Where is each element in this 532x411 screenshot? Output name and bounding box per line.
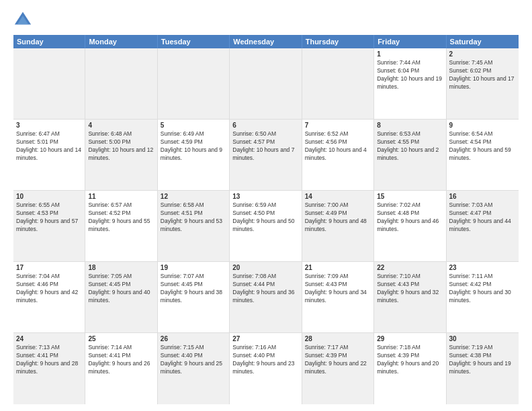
- calendar-body: 1Sunrise: 7:44 AM Sunset: 6:04 PM Daylig…: [13, 48, 519, 404]
- cal-cell-12: 12Sunrise: 6:58 AM Sunset: 4:51 PM Dayli…: [158, 191, 230, 261]
- weekday-header-saturday: Saturday: [447, 35, 519, 48]
- day-info: Sunrise: 7:45 AM Sunset: 6:02 PM Dayligh…: [449, 59, 516, 91]
- day-number: 24: [16, 335, 82, 342]
- cal-cell-30: 30Sunrise: 7:19 AM Sunset: 4:38 PM Dayli…: [447, 333, 519, 404]
- cal-cell-26: 26Sunrise: 7:15 AM Sunset: 4:40 PM Dayli…: [158, 333, 230, 404]
- day-info: Sunrise: 6:48 AM Sunset: 5:00 PM Dayligh…: [88, 130, 154, 163]
- day-info: Sunrise: 6:50 AM Sunset: 4:57 PM Dayligh…: [232, 130, 298, 163]
- day-info: Sunrise: 6:57 AM Sunset: 4:52 PM Dayligh…: [88, 201, 154, 234]
- day-number: 7: [305, 122, 371, 129]
- day-number: 6: [232, 122, 298, 129]
- cal-cell-9: 9Sunrise: 6:54 AM Sunset: 4:54 PM Daylig…: [447, 120, 519, 190]
- day-info: Sunrise: 7:18 AM Sunset: 4:39 PM Dayligh…: [377, 344, 443, 376]
- day-info: Sunrise: 6:47 AM Sunset: 5:01 PM Dayligh…: [16, 130, 82, 163]
- cal-cell-20: 20Sunrise: 7:08 AM Sunset: 4:44 PM Dayli…: [230, 262, 302, 332]
- day-number: 18: [88, 264, 154, 271]
- cal-cell-empty: [230, 48, 302, 119]
- cal-cell-22: 22Sunrise: 7:10 AM Sunset: 4:43 PM Dayli…: [374, 262, 446, 332]
- cal-cell-4: 4Sunrise: 6:48 AM Sunset: 5:00 PM Daylig…: [85, 120, 157, 190]
- day-number: 11: [88, 193, 154, 200]
- day-number: 5: [161, 122, 226, 129]
- day-number: 27: [232, 335, 298, 342]
- cal-cell-8: 8Sunrise: 6:53 AM Sunset: 4:55 PM Daylig…: [374, 120, 446, 190]
- cal-cell-16: 16Sunrise: 7:03 AM Sunset: 4:47 PM Dayli…: [447, 191, 519, 261]
- day-number: 26: [161, 335, 226, 342]
- day-number: 3: [16, 122, 82, 129]
- day-number: 9: [449, 122, 516, 129]
- cal-cell-5: 5Sunrise: 6:49 AM Sunset: 4:59 PM Daylig…: [158, 120, 230, 190]
- cal-cell-17: 17Sunrise: 7:04 AM Sunset: 4:46 PM Dayli…: [13, 262, 85, 332]
- day-info: Sunrise: 7:13 AM Sunset: 4:41 PM Dayligh…: [16, 344, 82, 376]
- day-info: Sunrise: 6:54 AM Sunset: 4:54 PM Dayligh…: [449, 130, 516, 163]
- day-number: 21: [305, 264, 371, 271]
- cal-cell-10: 10Sunrise: 6:55 AM Sunset: 4:53 PM Dayli…: [13, 191, 85, 261]
- cal-cell-25: 25Sunrise: 7:14 AM Sunset: 4:41 PM Dayli…: [85, 333, 157, 404]
- day-number: 4: [88, 122, 154, 129]
- day-number: 15: [377, 193, 443, 200]
- logo: [13, 11, 35, 30]
- day-number: 28: [305, 335, 371, 342]
- calendar: SundayMondayTuesdayWednesdayThursdayFrid…: [13, 35, 519, 404]
- cal-cell-19: 19Sunrise: 7:07 AM Sunset: 4:45 PM Dayli…: [158, 262, 230, 332]
- cal-cell-empty: [13, 48, 85, 119]
- week-row-1: 1Sunrise: 7:44 AM Sunset: 6:04 PM Daylig…: [13, 48, 519, 120]
- cal-cell-3: 3Sunrise: 6:47 AM Sunset: 5:01 PM Daylig…: [13, 120, 85, 190]
- day-info: Sunrise: 7:04 AM Sunset: 4:46 PM Dayligh…: [16, 273, 82, 305]
- page: SundayMondayTuesdayWednesdayThursdayFrid…: [0, 0, 532, 411]
- day-info: Sunrise: 7:03 AM Sunset: 4:47 PM Dayligh…: [449, 201, 516, 234]
- cal-cell-28: 28Sunrise: 7:17 AM Sunset: 4:39 PM Dayli…: [302, 333, 374, 404]
- day-info: Sunrise: 6:49 AM Sunset: 4:59 PM Dayligh…: [161, 130, 226, 163]
- cal-cell-27: 27Sunrise: 7:16 AM Sunset: 4:40 PM Dayli…: [230, 333, 302, 404]
- day-info: Sunrise: 7:17 AM Sunset: 4:39 PM Dayligh…: [305, 344, 371, 376]
- cal-cell-29: 29Sunrise: 7:18 AM Sunset: 4:39 PM Dayli…: [374, 333, 446, 404]
- cal-cell-21: 21Sunrise: 7:09 AM Sunset: 4:43 PM Dayli…: [302, 262, 374, 332]
- day-number: 2: [449, 50, 516, 58]
- day-info: Sunrise: 7:19 AM Sunset: 4:38 PM Dayligh…: [449, 344, 516, 376]
- cal-cell-18: 18Sunrise: 7:05 AM Sunset: 4:45 PM Dayli…: [85, 262, 157, 332]
- day-info: Sunrise: 6:53 AM Sunset: 4:55 PM Dayligh…: [377, 130, 443, 163]
- week-row-4: 17Sunrise: 7:04 AM Sunset: 4:46 PM Dayli…: [13, 262, 519, 333]
- day-number: 1: [377, 50, 443, 58]
- day-info: Sunrise: 6:52 AM Sunset: 4:56 PM Dayligh…: [305, 130, 371, 163]
- day-info: Sunrise: 7:08 AM Sunset: 4:44 PM Dayligh…: [232, 273, 298, 305]
- week-row-3: 10Sunrise: 6:55 AM Sunset: 4:53 PM Dayli…: [13, 191, 519, 262]
- day-number: 12: [161, 193, 226, 200]
- day-info: Sunrise: 7:07 AM Sunset: 4:45 PM Dayligh…: [161, 273, 226, 305]
- header: [13, 11, 519, 30]
- week-row-5: 24Sunrise: 7:13 AM Sunset: 4:41 PM Dayli…: [13, 333, 519, 404]
- day-info: Sunrise: 6:55 AM Sunset: 4:53 PM Dayligh…: [16, 201, 82, 234]
- cal-cell-11: 11Sunrise: 6:57 AM Sunset: 4:52 PM Dayli…: [85, 191, 157, 261]
- day-number: 25: [88, 335, 154, 342]
- cal-cell-empty: [85, 48, 157, 119]
- day-info: Sunrise: 7:16 AM Sunset: 4:40 PM Dayligh…: [232, 344, 298, 376]
- day-number: 20: [232, 264, 298, 271]
- day-info: Sunrise: 7:44 AM Sunset: 6:04 PM Dayligh…: [377, 59, 443, 91]
- day-info: Sunrise: 7:14 AM Sunset: 4:41 PM Dayligh…: [88, 344, 154, 376]
- weekday-header-monday: Monday: [85, 35, 157, 48]
- cal-cell-24: 24Sunrise: 7:13 AM Sunset: 4:41 PM Dayli…: [13, 333, 85, 404]
- weekday-header-friday: Friday: [374, 35, 446, 48]
- day-info: Sunrise: 7:15 AM Sunset: 4:40 PM Dayligh…: [161, 344, 226, 376]
- day-number: 29: [377, 335, 443, 342]
- cal-cell-15: 15Sunrise: 7:02 AM Sunset: 4:48 PM Dayli…: [374, 191, 446, 261]
- weekday-header-thursday: Thursday: [302, 35, 374, 48]
- weekday-header-wednesday: Wednesday: [230, 35, 302, 48]
- day-number: 13: [232, 193, 298, 200]
- cal-cell-23: 23Sunrise: 7:11 AM Sunset: 4:42 PM Dayli…: [447, 262, 519, 332]
- cal-cell-14: 14Sunrise: 7:00 AM Sunset: 4:49 PM Dayli…: [302, 191, 374, 261]
- day-info: Sunrise: 7:05 AM Sunset: 4:45 PM Dayligh…: [88, 273, 154, 305]
- cal-cell-6: 6Sunrise: 6:50 AM Sunset: 4:57 PM Daylig…: [230, 120, 302, 190]
- week-row-2: 3Sunrise: 6:47 AM Sunset: 5:01 PM Daylig…: [13, 120, 519, 191]
- day-number: 19: [161, 264, 226, 271]
- day-number: 16: [449, 193, 516, 200]
- day-number: 8: [377, 122, 443, 129]
- cal-cell-2: 2Sunrise: 7:45 AM Sunset: 6:02 PM Daylig…: [447, 48, 519, 119]
- cal-cell-empty: [158, 48, 230, 119]
- cal-cell-1: 1Sunrise: 7:44 AM Sunset: 6:04 PM Daylig…: [374, 48, 446, 119]
- cal-cell-7: 7Sunrise: 6:52 AM Sunset: 4:56 PM Daylig…: [302, 120, 374, 190]
- day-info: Sunrise: 7:11 AM Sunset: 4:42 PM Dayligh…: [449, 273, 516, 305]
- day-number: 17: [16, 264, 82, 271]
- day-number: 23: [449, 264, 516, 271]
- calendar-header: SundayMondayTuesdayWednesdayThursdayFrid…: [13, 35, 519, 48]
- day-info: Sunrise: 7:10 AM Sunset: 4:43 PM Dayligh…: [377, 273, 443, 305]
